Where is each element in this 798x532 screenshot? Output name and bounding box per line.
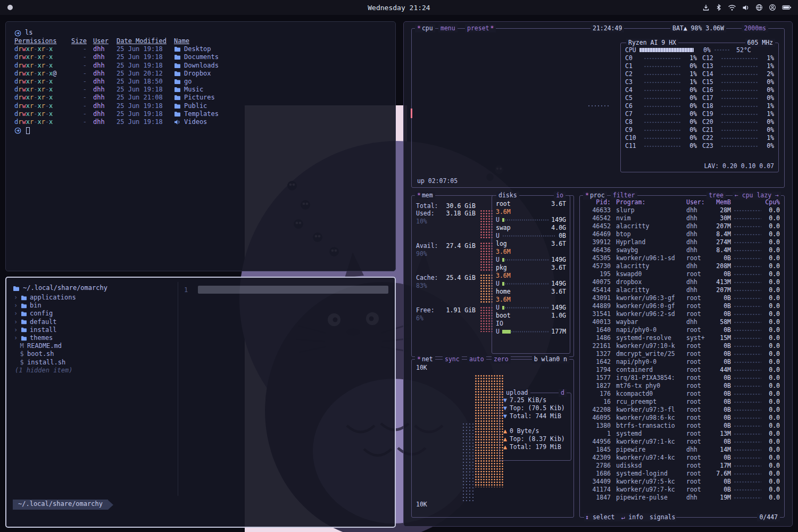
process-row[interactable]: 1 systemd root 13M 0.0 — [583, 430, 780, 438]
process-name: slurp — [616, 206, 684, 214]
tree-dir-item[interactable]: › applications — [13, 294, 172, 302]
core-meter — [644, 57, 680, 60]
preset-button[interactable]: preset — [467, 24, 489, 32]
process-row[interactable]: 45305 kworker/u96:1-sd root 0B 0.0 — [583, 254, 780, 262]
process-row[interactable]: 44956 kworker/u97:1-kc root 0B 0.0 — [583, 438, 780, 446]
process-pid: 39912 — [583, 238, 611, 246]
tree-file-item[interactable]: $ install.sh — [13, 359, 172, 367]
prompt-arrow-icon — [14, 30, 21, 37]
cpu-core-row: C14 2% — [702, 70, 774, 78]
process-pid: 34409 — [583, 478, 611, 486]
btop-window[interactable]: * cpu menu preset* 21:24:49 BAT▲ 98% 3.0… — [403, 21, 793, 527]
process-row[interactable]: 1827 mt76-tx phy0 root 0B 0.0 — [583, 382, 780, 390]
process-row[interactable]: 195 kswapd0 root 0B 0.0 — [583, 270, 780, 278]
process-row[interactable]: 45414 alacritty dhh 207M 0.0 — [583, 286, 780, 294]
process-row[interactable]: 22161 kworker/u97:10-k root 0B 0.0 — [583, 342, 780, 350]
process-row[interactable]: 44889 kworker/u96:0-gf root 0B 0.0 — [583, 302, 780, 310]
process-row[interactable]: 176 kcompactd0 root 0B 0.0 — [583, 390, 780, 398]
process-row[interactable]: 41174 kworker/u97:7-kc root 0B 0.0 — [583, 486, 780, 494]
tree-dir-item[interactable]: › bin — [13, 302, 172, 310]
process-row[interactable]: 1642 napi/phy0-0 root 0B 0.0 — [583, 358, 780, 366]
process-row[interactable]: 46452 alacritty dhh 207M 0.0 — [583, 222, 780, 230]
process-mem: 30M — [711, 214, 731, 222]
tree-file-item[interactable]: M README.md — [13, 342, 172, 350]
terminal-window[interactable]: ls Permissions Size User Date Modified N… — [5, 21, 396, 271]
info-button[interactable]: info — [628, 513, 643, 521]
process-row[interactable]: 1380 btrfs-transactio root 0B 0.0 — [583, 422, 780, 430]
mem-box: * mem Total: 30.6 GiB Used: 3.18 GiB 10%… — [411, 195, 574, 357]
process-row[interactable]: 40075 dropbox dhh 413M 0.0 — [583, 278, 780, 286]
process-row[interactable]: 46095 kworker/u98:6-kc root 0B 0.0 — [583, 414, 780, 422]
process-cpu: 0.0 — [764, 238, 780, 246]
process-row[interactable]: 46469 btop dhh 8.4M 0.0 — [583, 230, 780, 238]
net-sync-button[interactable]: sync — [445, 355, 460, 363]
battery-icon[interactable] — [782, 4, 792, 11]
dir-name: config — [30, 310, 53, 318]
process-row[interactable]: 34409 kworker/u97:5-kc root 0B 0.0 — [583, 478, 780, 486]
prompt-line-2[interactable] — [14, 126, 387, 135]
process-row[interactable]: 42208 kworker/u97:3-fl root 0B 0.0 — [583, 406, 780, 414]
net-interface[interactable]: b wlan0 n — [534, 355, 567, 363]
process-row[interactable]: 1327 dmcrypt_write/25 root 0B 0.0 — [583, 350, 780, 358]
net-auto-button[interactable]: auto — [469, 355, 484, 363]
process-user: root — [686, 422, 711, 430]
tree-dir-item[interactable]: › default — [13, 318, 172, 326]
process-row[interactable]: 1486 systemd-resolve syst+ 15M 0.0 — [583, 334, 780, 342]
process-user: dhh — [686, 238, 711, 246]
file-owner: dhh — [93, 102, 117, 110]
header-program[interactable]: Program: — [616, 198, 684, 206]
tree-dir-item[interactable]: › themes — [13, 334, 172, 342]
header-cpu[interactable]: Cpu% — [765, 198, 780, 206]
process-row[interactable]: 46436 swaybg dhh 8.4M 0.0 — [583, 246, 780, 254]
process-user: root — [686, 366, 711, 374]
process-mem: 44M — [711, 366, 731, 374]
core-percent: 0% — [683, 134, 697, 142]
net-zero-button[interactable]: zero — [494, 355, 509, 363]
user-icon[interactable] — [769, 4, 776, 11]
io-toggle[interactable]: io — [556, 192, 563, 200]
signals-button[interactable]: signals — [650, 513, 675, 521]
tree-dir-item[interactable]: › config — [13, 310, 172, 318]
wifi-icon[interactable] — [728, 4, 736, 11]
process-mem: 413M — [711, 278, 731, 286]
select-hint[interactable]: select — [593, 513, 615, 521]
tree-root[interactable]: ~/.local/share/omarchy — [13, 284, 172, 293]
process-row[interactable]: 2786 udisksd root 17M 0.0 — [583, 462, 780, 470]
process-row[interactable]: 1794 containerd root 44M 0.0 — [583, 366, 780, 374]
process-user: root — [686, 270, 711, 278]
menu-button[interactable]: menu — [440, 24, 455, 32]
process-row[interactable]: 1577 irq/81-PIXA3854: root 0B 0.0 — [583, 374, 780, 382]
header-pid[interactable]: Pid: — [583, 198, 611, 206]
process-cpu: 0.0 — [764, 414, 780, 422]
process-row[interactable]: 31541 kworker/u96:2-sd root 0B 0.0 — [583, 310, 780, 318]
process-row[interactable]: 16 rcu_preempt root 0B 0.0 — [583, 398, 780, 406]
disk-usage-row: U149G — [496, 280, 566, 288]
tree-dir-item[interactable]: › install — [13, 326, 172, 334]
process-row[interactable]: 1847 pipewire-pulse dhh 19M 0.0 — [583, 494, 780, 502]
bluetooth-icon[interactable] — [716, 4, 722, 11]
file-manager-window[interactable]: ~/.local/share/omarchy › applications › … — [5, 277, 396, 528]
process-row[interactable]: 1845 pipewire dhh 14M 0.0 — [583, 446, 780, 454]
process-row[interactable]: 1686 systemd-logind root 7.6M 0.0 — [583, 470, 780, 478]
process-row[interactable]: 46633 slurp dhh 28M 0.0 — [583, 206, 780, 214]
net-box: * net sync auto zero b wlan0 n 10K 10K u… — [411, 359, 574, 518]
header-size: Size — [70, 37, 87, 45]
process-row[interactable]: 1640 napi/phy0-0 root 0B 0.0 — [583, 326, 780, 334]
update-interval[interactable]: 2000ms — [744, 24, 766, 32]
process-row[interactable]: 45730 alacritty dhh 208M 0.0 — [583, 262, 780, 270]
volume-icon[interactable] — [742, 4, 750, 11]
net-speed-line: ▲ 0 Byte/s — [503, 427, 567, 435]
header-mem[interactable]: MemB — [711, 198, 731, 206]
process-row[interactable]: 43091 kworker/u96:3-gf root 0B 0.0 — [583, 294, 780, 302]
tree-file-item[interactable]: $ boot.sh — [13, 350, 172, 358]
globe-icon[interactable] — [755, 4, 763, 11]
header-proc-user[interactable]: User: — [686, 198, 711, 206]
process-row[interactable]: 42309 kworker/u97:4-kc root 0B 0.0 — [583, 454, 780, 462]
process-row[interactable]: 39912 Hyprland dhh 274M 0.0 — [583, 238, 780, 246]
process-row[interactable]: 46542 nvim dhh 30M 0.0 — [583, 214, 780, 222]
process-row[interactable]: 40013 waybar dhh 58M 0.0 — [583, 318, 780, 326]
folder-icon — [174, 103, 181, 109]
cpu-core-row: C3 1% — [625, 78, 697, 86]
file-owner: dhh — [93, 94, 117, 102]
tray-download-icon[interactable] — [702, 4, 710, 11]
